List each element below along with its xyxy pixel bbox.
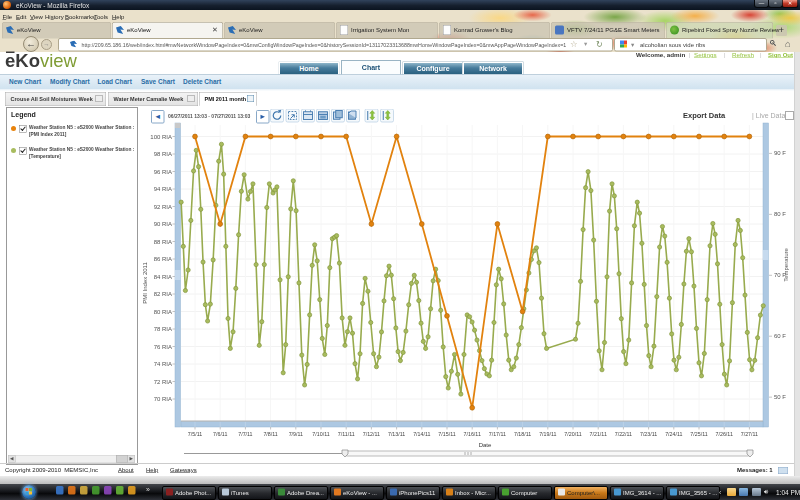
svg-text:92 RIA: 92 RIA [154, 204, 172, 210]
svg-text:50 F: 50 F [774, 394, 786, 400]
svg-text:7/27/11: 7/27/11 [741, 431, 758, 437]
svg-text:7/22/11: 7/22/11 [615, 431, 632, 437]
svg-text:7/19/11: 7/19/11 [539, 431, 556, 437]
svg-text:7/26/11: 7/26/11 [716, 431, 733, 437]
svg-text:7/7/11: 7/7/11 [238, 431, 252, 437]
svg-text:7/11/11: 7/11/11 [338, 431, 355, 437]
svg-text:7/21/11: 7/21/11 [590, 431, 607, 437]
svg-text:7/14/11: 7/14/11 [413, 431, 430, 437]
svg-text:72 RIA: 72 RIA [154, 379, 172, 385]
svg-text:7/13/11: 7/13/11 [388, 431, 405, 437]
svg-text:70 RIA: 70 RIA [154, 396, 172, 402]
svg-text:7/17/11: 7/17/11 [489, 431, 506, 437]
svg-text:PMI Index 2011: PMI Index 2011 [142, 262, 148, 304]
svg-text:94 RIA: 94 RIA [154, 186, 172, 192]
svg-text:7/8/11: 7/8/11 [263, 431, 277, 437]
svg-text:7/16/11: 7/16/11 [464, 431, 481, 437]
svg-text:Temperature: Temperature [783, 247, 789, 281]
svg-text:78 RIA: 78 RIA [154, 326, 172, 332]
svg-text:7/15/11: 7/15/11 [438, 431, 455, 437]
svg-text:86 RIA: 86 RIA [154, 256, 172, 262]
svg-text:7/10/11: 7/10/11 [312, 431, 329, 437]
svg-text:7/6/11: 7/6/11 [213, 431, 227, 437]
svg-text:7/25/11: 7/25/11 [690, 431, 707, 437]
svg-text:60 F: 60 F [774, 333, 786, 339]
svg-text:7/12/11: 7/12/11 [363, 431, 380, 437]
svg-text:90 F: 90 F [774, 150, 786, 156]
svg-text:100 RIA: 100 RIA [150, 134, 172, 140]
svg-text:80 F: 80 F [774, 211, 786, 217]
svg-text:7/23/11: 7/23/11 [640, 431, 657, 437]
svg-text:96 RIA: 96 RIA [154, 169, 172, 175]
svg-text:82 RIA: 82 RIA [154, 291, 172, 297]
svg-text:80 RIA: 80 RIA [154, 309, 172, 315]
svg-text:98 RIA: 98 RIA [154, 151, 172, 157]
svg-text:74 RIA: 74 RIA [154, 361, 172, 367]
svg-text:76 RIA: 76 RIA [154, 344, 172, 350]
svg-text:7/9/11: 7/9/11 [289, 431, 303, 437]
svg-text:7/5/11: 7/5/11 [188, 431, 202, 437]
svg-text:7/20/11: 7/20/11 [564, 431, 581, 437]
svg-text:Date: Date [479, 442, 492, 448]
svg-text:7/24/11: 7/24/11 [665, 431, 682, 437]
svg-text:88 RIA: 88 RIA [154, 239, 172, 245]
svg-text:7/18/11: 7/18/11 [514, 431, 531, 437]
svg-text:90 RIA: 90 RIA [154, 221, 172, 227]
svg-text:84 RIA: 84 RIA [154, 274, 172, 280]
